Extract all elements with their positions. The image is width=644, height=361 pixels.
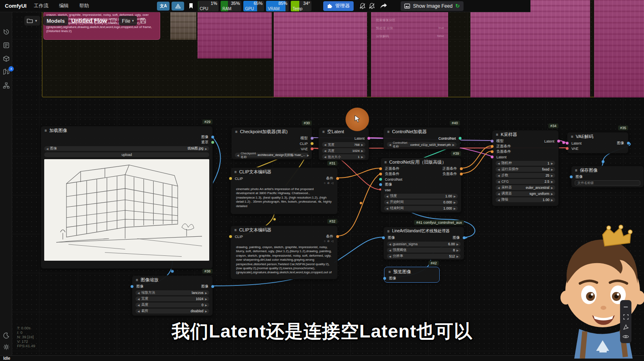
- next-arrow-icon[interactable]: ▶: [454, 195, 456, 198]
- notification-bell-icon-2[interactable]: [368, 2, 376, 10]
- next-arrow-icon[interactable]: ▶: [361, 143, 363, 146]
- next-arrow-icon[interactable]: ▶: [551, 192, 553, 195]
- seed-widget[interactable]: ◀随机种1▶: [496, 161, 555, 166]
- model-cube-icon[interactable]: [3, 55, 10, 62]
- next-arrow-icon[interactable]: ▶: [205, 298, 207, 300]
- upscale-method-widget[interactable]: ◀缩放方法lanczos▶: [135, 290, 209, 295]
- node-vae-decode[interactable]: #35 ≡ VAE解码 Latent图像 VAE: [567, 132, 629, 153]
- node-lineart-preprocessor[interactable]: #41 comfyui_controlnet_aux ≡ LineArtStan…: [383, 227, 464, 260]
- bookmark-button[interactable]: [186, 2, 196, 11]
- workflows-item[interactable]: 4: [3, 68, 10, 75]
- prev-arrow-icon[interactable]: ◀: [324, 156, 326, 158]
- image-input-port[interactable]: [131, 285, 133, 288]
- feed-refresh-icon[interactable]: ↻: [455, 3, 460, 9]
- controlnet-input-port[interactable]: [379, 178, 382, 181]
- negative-input-port[interactable]: [491, 150, 494, 153]
- clip-output-port[interactable]: [311, 142, 313, 145]
- conditioning-output-port[interactable]: [336, 235, 339, 238]
- queue-history-icon[interactable]: [3, 28, 10, 35]
- next-arrow-icon[interactable]: ▶: [454, 207, 456, 210]
- node-image-scale[interactable]: #38 ≡ 图像缩放 图像图像 ◀缩放方法lanczos▶ ◀宽度1024▶ ◀…: [132, 275, 213, 316]
- node-menu-icon[interactable]: ≡: [384, 160, 387, 164]
- prev-arrow-icon[interactable]: ◀: [389, 249, 391, 252]
- conditioning-output-port[interactable]: [336, 177, 339, 180]
- next-arrow-icon[interactable]: ▶: [551, 199, 553, 201]
- image-input-port[interactable]: [382, 236, 385, 239]
- denoise-widget[interactable]: ◀降噪1.00▶: [496, 197, 555, 202]
- gaussian-sigma-widget[interactable]: ◀guassian_sigma6.00▶: [387, 242, 461, 246]
- next-arrow-icon[interactable]: ▶: [453, 143, 455, 146]
- node-menu-icon[interactable]: ≡: [136, 278, 138, 282]
- prev-arrow-icon[interactable]: ◀: [324, 143, 326, 146]
- end-percent-widget[interactable]: ◀结束时间1.000▶: [384, 206, 458, 211]
- prev-arrow-icon[interactable]: ◀: [386, 207, 388, 210]
- node-controlnet-apply[interactable]: #39 ≡ ControlNet应用（旧版高级） 正面条件正面条件 负面条件负面…: [380, 158, 462, 213]
- menu-edit[interactable]: 编辑: [59, 2, 69, 9]
- prompt-textarea[interactable]: cinematic photo An artist's impression o…: [234, 186, 334, 211]
- show-image-feed-button[interactable]: Show Image Feed ↻: [401, 1, 463, 11]
- intensity-threshold-widget[interactable]: ◀强度阈值8▶: [387, 248, 461, 253]
- menu-workflow[interactable]: 工作流: [34, 2, 48, 9]
- cfg-widget[interactable]: ◀CFG2.5▶: [496, 179, 555, 184]
- image-output-port[interactable]: [211, 285, 214, 288]
- next-arrow-icon[interactable]: ▶: [551, 162, 553, 165]
- prev-arrow-icon[interactable]: ◀: [137, 298, 140, 300]
- prev-arrow-icon[interactable]: ◀: [389, 143, 391, 146]
- node-save-image[interactable]: ≡ 保存图像 图像 文件名前缀: [571, 166, 644, 188]
- next-arrow-icon[interactable]: ▶: [205, 292, 207, 294]
- prev-arrow-icon[interactable]: ◀: [137, 304, 140, 307]
- image-file-widget[interactable]: ◀ 图像 线稿图.jpg ▶: [44, 146, 209, 151]
- positive-input-port[interactable]: [491, 145, 494, 148]
- model-output-port[interactable]: [311, 137, 313, 140]
- resolution-widget[interactable]: ◀分辨率512▶: [387, 254, 461, 259]
- prev-arrow-icon[interactable]: ◀: [498, 174, 500, 177]
- next-arrow-icon[interactable]: ▶: [457, 243, 459, 246]
- prev-arrow-icon[interactable]: ◀: [386, 201, 388, 204]
- strength-widget[interactable]: ◀强度1.00▶: [384, 194, 458, 199]
- node-menu-icon[interactable]: ≡: [389, 270, 391, 274]
- node-canvas[interactable]: 批量修复分区 预处理 分块true 分块解码false crayon, sket…: [0, 0, 644, 361]
- node-preview-image[interactable]: #42 ≡ 预览图像 图像: [384, 267, 439, 282]
- vae-input-port[interactable]: [566, 147, 569, 150]
- settings-gear-icon[interactable]: [3, 344, 10, 350]
- latent-output-port[interactable]: [367, 137, 370, 140]
- sampler-widget[interactable]: ◀采样器euler_ancestral▶: [496, 185, 555, 190]
- node-load-image[interactable]: #29 ≡ 加载图像 图像 遮罩 ◀ 图像 线稿图.jpg ▶ upload: [41, 126, 213, 269]
- node-clip-text-encode-positive[interactable]: #31 ≡ CLIP文本编码器 CLIP条件 ○ ⊘ ◁ cinematic p…: [230, 167, 338, 214]
- negative-input-port[interactable]: [379, 173, 382, 175]
- workflow-tab-title[interactable]: Untitled Flow: [71, 17, 107, 24]
- latent-output-port[interactable]: [557, 140, 560, 143]
- width-widget[interactable]: ◀宽度1024▶: [135, 296, 209, 301]
- next-arrow-icon[interactable]: ▶: [307, 154, 309, 157]
- prev-arrow-icon[interactable]: ◀: [324, 149, 326, 152]
- next-arrow-icon[interactable]: ▶: [551, 168, 553, 171]
- image-output-port[interactable]: [627, 142, 630, 145]
- node-menu-icon[interactable]: ≡: [571, 134, 573, 139]
- node-clip-text-encode-negative[interactable]: #32 ≡ CLIP文本编码器 CLIP条件 ○ ⊘ ◁ drawing, pa…: [230, 225, 338, 279]
- upload-button[interactable]: upload: [44, 152, 209, 157]
- prompt-textarea[interactable]: drawing, painting, crayon, sketch, graph…: [234, 244, 334, 276]
- prev-arrow-icon[interactable]: ◀: [498, 180, 500, 183]
- prev-arrow-icon[interactable]: ◀: [386, 195, 388, 198]
- prev-arrow-icon[interactable]: ◀: [389, 243, 391, 246]
- prev-arrow-icon[interactable]: ◀: [498, 186, 500, 189]
- file-menu-button[interactable]: File ▾: [119, 16, 137, 26]
- positive-output-port[interactable]: [460, 167, 463, 170]
- menu-help[interactable]: 帮助: [79, 2, 89, 9]
- node-menu-icon[interactable]: ≡: [387, 130, 390, 134]
- select-cursor-icon[interactable]: [623, 324, 629, 330]
- height-widget[interactable]: ◀高度1024▶: [322, 148, 365, 153]
- prev-arrow-icon[interactable]: ◀: [137, 292, 140, 294]
- prev-arrow-icon[interactable]: ◀: [46, 147, 48, 150]
- toggle-icon[interactable]: ○: [324, 239, 326, 243]
- save-icon[interactable]: [140, 18, 146, 24]
- image-input-port[interactable]: [570, 175, 573, 178]
- latent-input-port[interactable]: [566, 142, 569, 145]
- translate-button[interactable]: 文A: [157, 2, 170, 11]
- controlnet-name-widget[interactable]: ◀ ControlNet名称 control_v11p_sd15_lineart…: [387, 142, 457, 147]
- prev-arrow-icon[interactable]: ◀: [498, 168, 500, 171]
- bypass-icon[interactable]: ⊘: [327, 239, 330, 243]
- image-output-port[interactable]: [211, 136, 214, 138]
- node-menu-icon[interactable]: ≡: [322, 130, 325, 134]
- notification-bell-icon[interactable]: [359, 2, 366, 10]
